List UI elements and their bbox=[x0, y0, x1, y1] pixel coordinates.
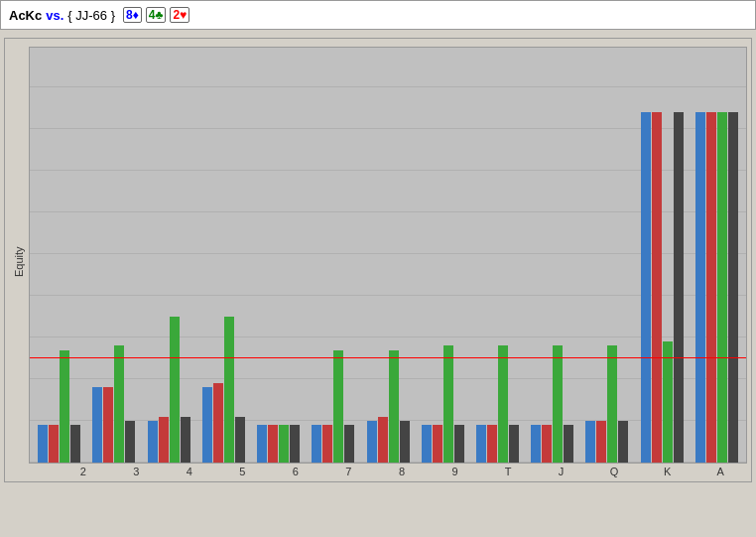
bar-group-J bbox=[525, 48, 579, 463]
card-2h: 2♥ bbox=[170, 7, 189, 23]
x-label-K: K bbox=[641, 466, 694, 477]
bar-J-1 bbox=[542, 425, 552, 463]
bar-5-3 bbox=[235, 417, 245, 463]
bar-K-3 bbox=[674, 112, 684, 463]
bar-8-3 bbox=[400, 421, 410, 463]
hand-label: AcKc bbox=[9, 8, 42, 23]
x-label-5: 5 bbox=[216, 466, 270, 477]
x-label-3: 3 bbox=[110, 466, 164, 477]
bar-group-5 bbox=[196, 48, 251, 463]
card-8d: 8♦ bbox=[123, 7, 142, 23]
x-label-2: 2 bbox=[57, 466, 110, 477]
bar-5-0 bbox=[202, 387, 212, 463]
bar-7-2 bbox=[333, 350, 343, 463]
bar-5-1 bbox=[213, 383, 223, 463]
bar-A-3 bbox=[728, 112, 738, 463]
bar-Q-1 bbox=[596, 421, 606, 463]
bar-J-0 bbox=[531, 425, 541, 463]
bar-9-0 bbox=[422, 425, 432, 463]
range-label: { JJ-66 } bbox=[67, 8, 115, 23]
bar-group-8 bbox=[360, 48, 415, 463]
card-4c: 4♣ bbox=[146, 7, 167, 23]
bar-Q-0 bbox=[585, 421, 595, 463]
bar-6-0 bbox=[257, 425, 267, 463]
bar-J-2 bbox=[553, 345, 563, 463]
bar-8-2 bbox=[389, 350, 399, 463]
x-axis: 23456789TJQKA bbox=[57, 464, 747, 477]
chart-container: Equity 0102030405060708090100 23456789TJ… bbox=[4, 38, 752, 482]
x-label-7: 7 bbox=[322, 466, 376, 477]
spacer bbox=[0, 30, 756, 38]
x-label-4: 4 bbox=[163, 466, 216, 477]
bar-group-7 bbox=[306, 48, 360, 463]
bar-4-1 bbox=[159, 417, 169, 463]
bar-T-0 bbox=[476, 425, 486, 463]
bar-K-0 bbox=[641, 112, 651, 463]
bar-4-3 bbox=[181, 417, 190, 463]
bar-T-3 bbox=[509, 425, 519, 463]
bar-T-2 bbox=[498, 345, 508, 463]
x-label-8: 8 bbox=[375, 466, 429, 477]
bar-6-2 bbox=[279, 425, 289, 463]
vs-label: vs. bbox=[46, 8, 63, 23]
bar-3-2 bbox=[114, 345, 124, 463]
bar-4-0 bbox=[148, 421, 158, 463]
bar-group-3 bbox=[86, 48, 141, 463]
bar-J-3 bbox=[564, 425, 573, 463]
x-label-Q: Q bbox=[587, 466, 641, 477]
bar-2-0 bbox=[38, 425, 48, 463]
bar-Q-3 bbox=[618, 421, 628, 463]
bar-T-1 bbox=[487, 425, 497, 463]
bar-9-2 bbox=[443, 345, 453, 463]
bar-5-2 bbox=[224, 317, 234, 463]
bar-Q-2 bbox=[607, 345, 617, 463]
bar-6-3 bbox=[290, 425, 300, 463]
chart-area: Equity 0102030405060708090100 23456789TJ… bbox=[9, 47, 747, 477]
bar-8-1 bbox=[378, 417, 388, 463]
bar-3-0 bbox=[92, 387, 102, 463]
bar-9-3 bbox=[454, 425, 464, 463]
bar-3-1 bbox=[103, 387, 113, 463]
bar-group-2 bbox=[32, 48, 86, 463]
bar-group-Q bbox=[579, 48, 634, 463]
bar-4-2 bbox=[170, 317, 180, 463]
x-label-9: 9 bbox=[429, 466, 482, 477]
bar-group-6 bbox=[251, 48, 306, 463]
header-bar: AcKc vs. { JJ-66 } 8♦ 4♣ 2♥ bbox=[0, 0, 756, 30]
bar-2-3 bbox=[70, 425, 80, 463]
chart-plot: 0102030405060708090100 bbox=[29, 47, 747, 464]
y-axis-label: Equity bbox=[9, 47, 29, 477]
bar-A-2 bbox=[717, 112, 727, 463]
bar-K-1 bbox=[652, 112, 662, 463]
bar-group-K bbox=[635, 48, 690, 463]
bar-3-3 bbox=[125, 421, 135, 463]
bar-group-9 bbox=[416, 48, 470, 463]
bar-8-0 bbox=[367, 421, 377, 463]
bar-7-3 bbox=[344, 425, 354, 463]
bar-K-2 bbox=[663, 341, 673, 463]
x-label-6: 6 bbox=[269, 466, 322, 477]
bar-group-4 bbox=[141, 48, 195, 463]
bar-9-1 bbox=[433, 425, 442, 463]
bar-2-2 bbox=[60, 350, 69, 463]
bar-group-T bbox=[470, 48, 525, 463]
x-label-T: T bbox=[481, 466, 535, 477]
bar-group-A bbox=[690, 48, 744, 463]
bar-6-1 bbox=[268, 425, 278, 463]
bar-2-1 bbox=[49, 425, 59, 463]
bars-area bbox=[30, 48, 746, 463]
bar-A-0 bbox=[695, 112, 705, 463]
chart-inner: 0102030405060708090100 23456789TJQKA bbox=[29, 47, 747, 477]
bar-7-1 bbox=[322, 425, 332, 463]
bar-A-1 bbox=[706, 112, 716, 463]
x-label-J: J bbox=[535, 466, 588, 477]
bar-7-0 bbox=[312, 425, 321, 463]
equity-reference-line bbox=[30, 357, 746, 358]
x-label-A: A bbox=[693, 466, 747, 477]
